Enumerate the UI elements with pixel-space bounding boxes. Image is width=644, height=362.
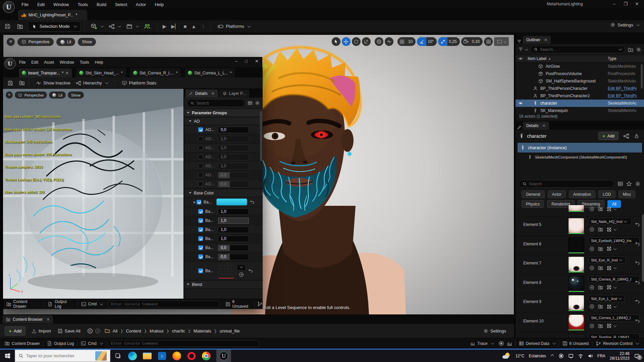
favorites-star-icon[interactable]	[626, 181, 632, 187]
chip-actor[interactable]: Actor	[548, 190, 566, 198]
element-row[interactable]: Element 9 Std_Eye_L_Inst	[516, 293, 644, 313]
param-checkbox[interactable]	[198, 268, 203, 273]
param-slider-field[interactable]: 0,0	[218, 172, 249, 178]
close-icon[interactable]: ✕	[211, 91, 215, 96]
language-indicator[interactable]: FRA	[597, 354, 605, 358]
element-row[interactable]: Element 5 Std_Nails_HQ_Inst	[516, 216, 644, 236]
restore-icon[interactable]: ❐	[621, 1, 631, 8]
param-slider-field[interactable]: 0,0	[218, 254, 249, 260]
param-slider-field[interactable]: 0,0	[218, 181, 249, 187]
parameter-row[interactable]: AO... 0,0	[184, 125, 263, 134]
console-command-box[interactable]	[108, 301, 219, 307]
parameter-row[interactable]: Ba... 0,0	[184, 252, 263, 261]
tab-details[interactable]: Details ✕	[523, 122, 549, 130]
menu-file[interactable]: File	[21, 2, 29, 7]
camera-speed-control[interactable]: 0,33	[461, 37, 483, 46]
material-params-search[interactable]	[187, 99, 245, 107]
notification-center[interactable]: 7	[634, 353, 640, 359]
settings-dropdown[interactable]: Settings	[610, 22, 639, 27]
tab-material-cornea-l[interactable]: Std_Cornea_L_L...*	[185, 68, 234, 77]
parameter-row[interactable]: Ba... 1,0	[184, 234, 263, 243]
param-checkbox[interactable]	[198, 236, 203, 241]
details-settings-gear-icon[interactable]	[635, 181, 641, 187]
parameter-row[interactable]: Ba... 1,0	[184, 207, 263, 216]
add-actor-button[interactable]	[88, 21, 106, 32]
convert-texture-icon[interactable]	[607, 285, 611, 290]
use-selected-asset-icon[interactable]	[589, 246, 594, 251]
parameter-row[interactable]: Ba... 0,0	[184, 243, 263, 252]
menu-asset[interactable]: Asset	[44, 60, 54, 65]
save-icon[interactable]	[8, 80, 13, 86]
blend-group-header[interactable]: Blend	[184, 280, 263, 289]
preview-lit-dropdown[interactable]: Lit	[49, 92, 66, 99]
material-editor-titlebar[interactable]: U File Edit Asset Window Tools Help – □ …	[3, 57, 262, 67]
params-settings-gear-icon[interactable]	[255, 101, 260, 106]
add-component-button[interactable]: + Add	[598, 132, 619, 140]
console-command-input[interactable]	[111, 302, 216, 306]
use-selected-asset-icon[interactable]	[589, 285, 594, 290]
taskbar-app-chrome[interactable]	[199, 350, 214, 362]
ao-group-header[interactable]: AO	[184, 117, 263, 125]
material-thumbnail[interactable]	[568, 314, 584, 330]
perspective-dropdown[interactable]: Perspective	[17, 38, 54, 46]
scale-snap-control[interactable]: 0,25	[438, 37, 460, 46]
console-command-input[interactable]	[111, 341, 256, 346]
unsaved-button[interactable]: 6 Unsaved	[559, 338, 592, 349]
param-checkbox[interactable]	[198, 227, 203, 232]
material-dropdown[interactable]: Std_Eye_L_Inst	[589, 295, 624, 302]
param-checkbox[interactable]	[198, 164, 203, 168]
parameter-row[interactable]: AO... 1,0	[184, 153, 263, 162]
material-dropdown[interactable]: Std_Cornea_R_LWHQ_I	[589, 276, 640, 283]
param-checkbox[interactable]	[198, 127, 203, 132]
preview-plane-icon[interactable]	[160, 292, 165, 295]
weather-desc[interactable]: Eclaircies	[529, 354, 546, 358]
menu-actor[interactable]: Actor	[136, 2, 146, 7]
back-icon[interactable]	[87, 328, 93, 334]
material-thumbnail[interactable]	[568, 237, 584, 253]
display-grid-icon[interactable]	[618, 181, 623, 187]
hierarchy-dropdown[interactable]: Hierarchy	[73, 78, 111, 88]
chip-animation[interactable]: Animation	[569, 190, 595, 198]
viewport-layout-icon[interactable]	[484, 37, 493, 46]
param-value-field[interactable]: 1,0	[218, 145, 249, 151]
taskbar-app-edge[interactable]	[125, 350, 140, 362]
eject-button[interactable]: ▲	[189, 23, 199, 29]
param-value-field[interactable]: 1,0	[218, 154, 249, 160]
parameter-row[interactable]: AO... 1,0	[184, 162, 263, 171]
multiplayer-button[interactable]	[141, 21, 153, 32]
taskbar-app-store[interactable]: ⌂	[155, 350, 169, 362]
revision-control-icon[interactable]	[257, 301, 263, 307]
parameter-row[interactable]: AO... 0,0	[184, 180, 263, 189]
stop-button[interactable]: ■	[181, 23, 189, 29]
search-highlight-image[interactable]	[95, 351, 107, 361]
param-checkbox[interactable]	[197, 200, 201, 204]
param-checkbox[interactable]	[198, 245, 203, 250]
taskbar-app-unreal-active[interactable]: U	[216, 350, 231, 362]
details-scrollbar[interactable]	[642, 215, 644, 282]
show-dropdown[interactable]: Show	[78, 38, 96, 46]
preview-show-dropdown[interactable]: Show	[68, 92, 84, 99]
convert-texture-icon[interactable]	[607, 227, 611, 232]
instance-row[interactable]: character (Instance)	[518, 143, 642, 153]
world-space-toggle[interactable]	[375, 37, 383, 46]
reset-to-default-icon[interactable]	[635, 260, 640, 265]
browse-to-asset-icon[interactable]	[598, 285, 603, 290]
display-grid-icon[interactable]	[248, 101, 253, 106]
element-row[interactable]: Element 6 Std_Eyelash_LWHQ_Ins	[516, 236, 644, 255]
minimize-icon[interactable]: –	[609, 1, 619, 8]
menu-tools[interactable]: Tools	[80, 60, 89, 65]
reset-to-default-icon[interactable]	[248, 268, 253, 273]
menu-window[interactable]: Window	[60, 60, 74, 65]
cmd-dropdown[interactable]: Cmd	[77, 338, 106, 349]
material-thumbnail[interactable]	[568, 256, 584, 273]
browse-icon[interactable]	[19, 80, 25, 86]
move-tool[interactable]	[342, 37, 351, 46]
content-drawer-button[interactable]: Content Drawer	[1, 338, 43, 349]
blueprints-button[interactable]	[106, 21, 123, 32]
unsaved-button[interactable]: 6 Unsaved	[222, 299, 254, 309]
taskbar-app-explorer[interactable]	[140, 350, 155, 362]
element-row-partial[interactable]	[516, 205, 644, 216]
tab-material-cornea-r[interactable]: Std_Cornea_R_L...*	[130, 68, 180, 77]
preview-cylinder-icon[interactable]	[146, 291, 150, 296]
material-dropdown[interactable]: Std_Tearline_R_LWHQ_	[589, 334, 640, 338]
